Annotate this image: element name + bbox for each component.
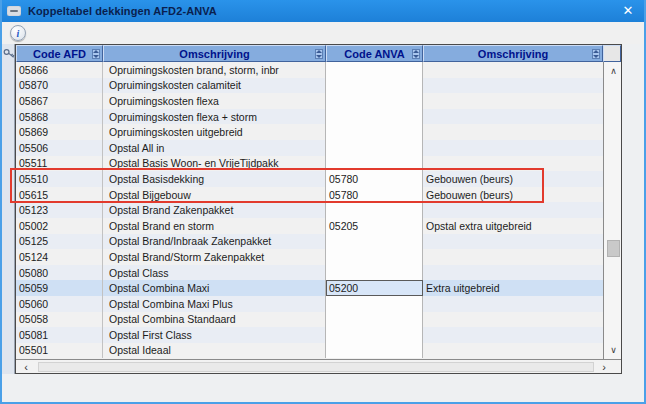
table-row[interactable]: 05125Opstal Brand/Inbraak Zakenpakket	[16, 234, 603, 250]
cell-code-anva[interactable]	[326, 202, 423, 218]
cell-code-anva[interactable]	[326, 62, 423, 78]
cell-code-anva[interactable]	[326, 312, 423, 328]
cell-code-afd[interactable]: 05506	[16, 140, 103, 156]
table-row[interactable]: 05060Opstal Combina Maxi Plus	[16, 296, 603, 312]
cell-code-anva[interactable]: 05780	[326, 171, 423, 187]
cell-code-afd[interactable]: 05511	[16, 156, 103, 172]
cell-omschrijving-afd[interactable]: Opstal All in	[103, 140, 326, 156]
cell-code-afd[interactable]: 05866	[16, 62, 103, 78]
cell-omschrijving-afd[interactable]: Opstal Basisdekking	[103, 171, 326, 187]
table-row[interactable]: 05080Opstal Class	[16, 265, 603, 281]
cell-omschrijving-anva[interactable]	[423, 109, 603, 125]
table-row[interactable]: 05124Opstal Brand/Storm Zakenpakket	[16, 249, 603, 265]
column-header-omschrijving-afd[interactable]: Omschrijving	[103, 45, 326, 62]
cell-omschrijving-anva[interactable]	[423, 78, 603, 94]
cell-omschrijving-afd[interactable]: Opstal Brand/Storm Zakenpakket	[103, 249, 326, 265]
cell-code-anva[interactable]	[326, 327, 423, 343]
cell-omschrijving-anva[interactable]	[423, 202, 603, 218]
cell-code-anva[interactable]: 05200	[326, 280, 423, 296]
cell-omschrijving-anva[interactable]	[423, 234, 603, 250]
cell-omschrijving-afd[interactable]: Opstal Brand Zakenpakket	[103, 202, 326, 218]
sort-icon[interactable]	[315, 49, 323, 59]
scroll-down-icon[interactable]: ∨	[604, 343, 623, 357]
cell-omschrijving-afd[interactable]: Opstal Brand en storm	[103, 218, 326, 234]
cell-code-afd[interactable]: 05060	[16, 296, 103, 312]
cell-code-anva[interactable]	[326, 234, 423, 250]
table-row[interactable]: 05615Opstal Bijgebouw05780Gebouwen (beur…	[16, 187, 603, 203]
sort-icon[interactable]	[412, 49, 420, 59]
cell-code-afd[interactable]: 05125	[16, 234, 103, 250]
cell-code-anva[interactable]: 05205	[326, 218, 423, 234]
cell-code-anva[interactable]	[326, 156, 423, 172]
column-header-omschrijving-anva[interactable]: Omschrijving	[423, 45, 603, 62]
cell-omschrijving-anva[interactable]	[423, 296, 603, 312]
sort-icon[interactable]	[592, 49, 600, 59]
cell-omschrijving-afd[interactable]: Opstal Bijgebouw	[103, 187, 326, 203]
cell-omschrijving-afd[interactable]: Opruimingskosten flexa + storm	[103, 109, 326, 125]
cell-omschrijving-anva[interactable]	[423, 312, 603, 328]
scroll-up-icon[interactable]: ∧	[604, 64, 623, 78]
cell-omschrijving-anva[interactable]	[423, 156, 603, 172]
table-row[interactable]: 05058Opstal Combina Standaard	[16, 312, 603, 328]
table-row[interactable]: 05002Opstal Brand en storm05205Opstal ex…	[16, 218, 603, 234]
vertical-scrollbar-thumb[interactable]	[607, 240, 620, 257]
table-row[interactable]: 05501Opstal Ideaal	[16, 343, 603, 359]
cell-omschrijving-afd[interactable]: Opstal Combina Maxi Plus	[103, 296, 326, 312]
cell-code-afd[interactable]: 05058	[16, 312, 103, 328]
table-row[interactable]: 05866Opruimingskosten brand, storm, inbr	[16, 62, 603, 78]
cell-code-afd[interactable]: 05870	[16, 78, 103, 94]
cell-omschrijving-afd[interactable]: Opruimingskosten calamiteit	[103, 78, 326, 94]
titlebar[interactable]: Koppeltabel dekkingen AFD2-ANVA ✕	[2, 0, 644, 22]
column-header-code-anva[interactable]: Code ANVA	[326, 45, 423, 62]
cell-omschrijving-afd[interactable]: Opstal Class	[103, 265, 326, 281]
cell-omschrijving-anva[interactable]: Extra uitgebreid	[423, 280, 603, 296]
horizontal-scrollbar[interactable]: ‹ ›	[16, 359, 621, 373]
table-row[interactable]: 05511Opstal Basis Woon- en VrijeTijdpakk	[16, 156, 603, 172]
table-row[interactable]: 05869Opruimingskosten uitgebreid	[16, 124, 603, 140]
table-row[interactable]: 05868Opruimingskosten flexa + storm	[16, 109, 603, 125]
cell-omschrijving-afd[interactable]: Opstal Ideaal	[103, 343, 326, 359]
scroll-right-icon[interactable]: ›	[597, 360, 611, 373]
cell-omschrijving-afd[interactable]: Opstal Combina Maxi	[103, 280, 326, 296]
cell-code-afd[interactable]: 05080	[16, 265, 103, 281]
cell-omschrijving-afd[interactable]: Opruimingskosten uitgebreid	[103, 124, 326, 140]
cell-code-anva[interactable]	[326, 140, 423, 156]
cell-omschrijving-anva[interactable]: Gebouwen (beurs)	[423, 171, 603, 187]
info-button[interactable]: i	[10, 25, 26, 41]
table-row[interactable]: 05059Opstal Combina Maxi05200Extra uitge…	[16, 280, 603, 296]
table-row[interactable]: 05081Opstal First Class	[16, 327, 603, 343]
cell-omschrijving-anva[interactable]	[423, 343, 603, 359]
cell-code-anva[interactable]	[326, 93, 423, 109]
table-row[interactable]: 05506Opstal All in	[16, 140, 603, 156]
cell-code-anva[interactable]	[326, 265, 423, 281]
cell-code-afd[interactable]: 05501	[16, 343, 103, 359]
cell-omschrijving-anva[interactable]	[423, 249, 603, 265]
cell-code-anva[interactable]	[326, 124, 423, 140]
column-header-code-afd[interactable]: Code AFD	[16, 45, 103, 62]
cell-omschrijving-anva[interactable]	[423, 265, 603, 281]
cell-code-afd[interactable]: 05869	[16, 124, 103, 140]
cell-code-afd[interactable]: 05510	[16, 171, 103, 187]
cell-code-anva[interactable]	[326, 296, 423, 312]
cell-code-afd[interactable]: 05615	[16, 187, 103, 203]
cell-omschrijving-anva[interactable]	[423, 327, 603, 343]
cell-omschrijving-anva[interactable]	[423, 140, 603, 156]
cell-code-anva[interactable]	[326, 343, 423, 359]
sort-icon[interactable]	[92, 49, 100, 59]
cell-omschrijving-afd[interactable]: Opruimingskosten flexa	[103, 93, 326, 109]
cell-code-afd[interactable]: 05081	[16, 327, 103, 343]
cell-code-afd[interactable]: 05002	[16, 218, 103, 234]
cell-code-afd[interactable]: 05867	[16, 93, 103, 109]
close-button[interactable]: ✕	[617, 2, 639, 20]
cell-omschrijving-anva[interactable]	[423, 93, 603, 109]
cell-omschrijving-afd[interactable]: Opstal Combina Standaard	[103, 312, 326, 328]
cell-code-afd[interactable]: 05868	[16, 109, 103, 125]
cell-code-afd[interactable]: 05124	[16, 249, 103, 265]
cell-omschrijving-afd[interactable]: Opstal Basis Woon- en VrijeTijdpakk	[103, 156, 326, 172]
cell-code-anva[interactable]	[326, 78, 423, 94]
table-row[interactable]: 05510Opstal Basisdekking05780Gebouwen (b…	[16, 171, 603, 187]
cell-code-anva[interactable]	[326, 249, 423, 265]
scroll-left-icon[interactable]: ‹	[19, 360, 33, 373]
table-row[interactable]: 05870Opruimingskosten calamiteit	[16, 78, 603, 94]
cell-code-anva[interactable]: 05780	[326, 187, 423, 203]
